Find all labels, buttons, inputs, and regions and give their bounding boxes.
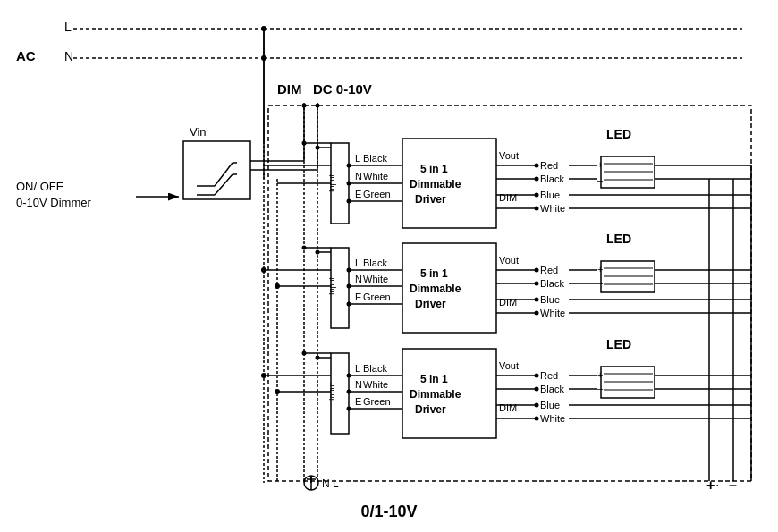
n-label-2: N	[355, 274, 362, 284]
n-label-3: N	[355, 379, 362, 390]
green-label-2: Green	[363, 291, 391, 302]
minus-3: –	[597, 383, 604, 393]
plus-bottom: +	[706, 477, 715, 493]
junction-l3	[261, 373, 266, 378]
black-label-1: Black	[363, 153, 387, 164]
bottom-label: 0/1-10V	[360, 502, 417, 521]
vout-label-2: Vout	[499, 255, 519, 266]
dim-out-label-1: DIM	[499, 192, 517, 203]
dim-out-label-2: DIM	[499, 297, 517, 308]
driver-label-2b: Dimmable	[410, 283, 461, 295]
dim-junction-3b	[316, 356, 320, 360]
plus-3: +	[597, 369, 603, 380]
driver-label-1b: Dimmable	[410, 178, 461, 190]
red-label-3: Red	[540, 370, 558, 381]
plus-1: +	[597, 159, 603, 170]
dot-e1	[347, 199, 351, 204]
minus-2: –	[597, 277, 604, 288]
driver-label-2: 5 in 1	[420, 267, 448, 280]
l-label-2: L	[355, 258, 360, 268]
junction-n3	[275, 389, 280, 394]
black-label-2: Black	[363, 258, 387, 268]
junction-l	[261, 26, 266, 31]
driver-label-1: 5 in 1	[420, 163, 448, 175]
blue-label-1: Blue	[540, 190, 560, 200]
dim-junction-2b	[316, 250, 320, 255]
junction-l2	[261, 267, 266, 273]
white-label-dim-1: White	[540, 203, 565, 214]
driver-label-3: 5 in 1	[420, 373, 448, 385]
dot-e3	[347, 407, 351, 411]
n-line-label: N	[64, 49, 73, 63]
black-label-vout-1: Black	[540, 173, 564, 184]
driver-label-3c: Driver	[415, 403, 446, 416]
junction-n2	[275, 283, 280, 289]
l-label-1: L	[355, 153, 360, 164]
green-label-1: Green	[363, 189, 391, 199]
white-label-dim-3: White	[540, 413, 565, 424]
led-label-2: LED	[606, 232, 631, 246]
dot-e2	[347, 302, 351, 307]
driver-label-2c: Driver	[415, 298, 446, 310]
on-off-label: ON/ OFF	[16, 180, 63, 193]
black-label-3: Black	[363, 363, 387, 374]
e-label-3: E	[355, 396, 361, 407]
dim-top-junction-1	[302, 104, 307, 108]
white-label-2: White	[363, 274, 388, 284]
vin-label: Vin	[190, 125, 207, 139]
dot-separator: ·	[715, 477, 719, 493]
ground-nl-label: N L	[322, 477, 339, 490]
blue-label-2: Blue	[540, 294, 560, 305]
dim-label: DIM	[277, 81, 302, 97]
green-label-3: Green	[363, 396, 391, 407]
l-label-3: L	[355, 363, 360, 374]
l-line-label: L	[64, 20, 72, 34]
blue-label-3: Blue	[540, 400, 560, 410]
white-label-dim-2: White	[540, 308, 565, 318]
red-label-1: Red	[540, 160, 558, 171]
driver-label-3b: Dimmable	[410, 388, 461, 401]
ac-label: AC	[16, 48, 36, 63]
red-label-2: Red	[540, 265, 558, 275]
white-label-1: White	[363, 171, 388, 182]
e-label-1: E	[355, 189, 361, 199]
white-label-3: White	[363, 379, 388, 390]
minus-1: –	[597, 174, 604, 185]
plus-2: +	[597, 264, 603, 274]
dim-out-label-3: DIM	[499, 402, 517, 413]
black-label-vout-3: Black	[540, 384, 564, 394]
vout-label-3: Vout	[499, 360, 519, 371]
dim-top-junction-2	[316, 104, 320, 108]
black-label-vout-2: Black	[540, 278, 564, 289]
led-label-1: LED	[606, 127, 631, 141]
vout-label-1: Vout	[499, 150, 519, 161]
svg-rect-0	[0, 0, 778, 532]
n-label-1: N	[355, 171, 362, 182]
dc-range-label: DC 0-10V	[313, 81, 372, 97]
dim-junction-3a	[302, 351, 307, 356]
e-label-2: E	[355, 291, 361, 302]
driver-label-1c: Driver	[415, 193, 446, 206]
led-label-3: LED	[606, 337, 631, 351]
dimmer-label: 0-10V Dimmer	[16, 196, 91, 209]
diagram-container: AC L N DIM DC 0-10V Vin ON/ OFF 0-10V Di…	[0, 0, 778, 532]
dim-junction-2a	[302, 246, 307, 250]
